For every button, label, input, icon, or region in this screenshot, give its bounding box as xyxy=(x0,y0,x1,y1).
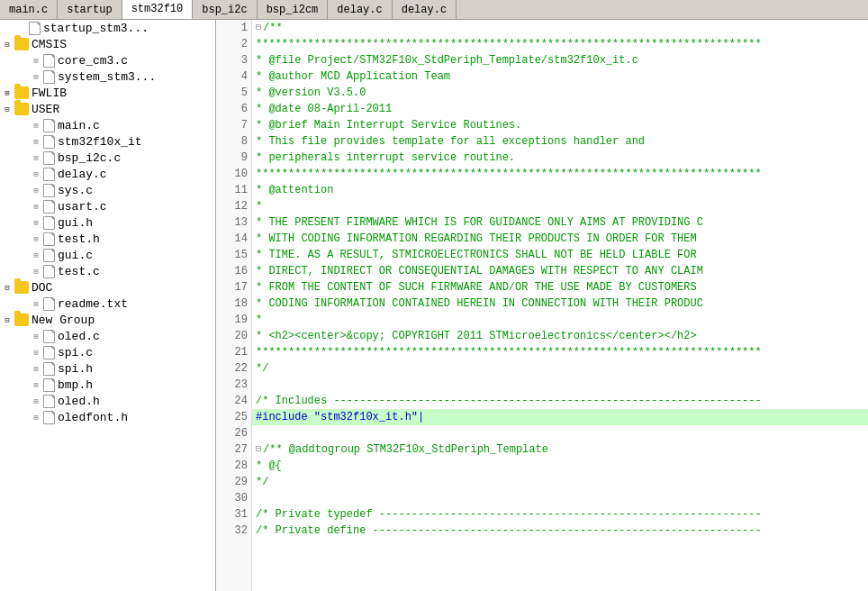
tree-item-label: oled.c xyxy=(58,330,100,343)
tree-item-label: USER xyxy=(32,103,59,116)
tree-item-label: New Group xyxy=(32,314,95,327)
tree-item-spi_h[interactable]: ⊞spi.h xyxy=(0,360,215,377)
file-expand-icon: ⊞ xyxy=(29,264,43,278)
code-line-8: * This file provides template for all ex… xyxy=(252,133,868,150)
tree-item-test_h[interactable]: ⊞test.h xyxy=(0,231,215,247)
code-line-17: * FROM THE CONTENT OF SUCH FIRMWARE AND/… xyxy=(252,279,868,296)
code-text: ****************************************… xyxy=(256,166,762,182)
expand-icon[interactable]: ⊞ xyxy=(0,86,14,100)
tree-item-user[interactable]: ⊟USER xyxy=(0,101,215,117)
line-number-32: 32 xyxy=(216,523,251,539)
file-expand-icon: ⊞ xyxy=(29,248,43,262)
code-text: * WITH CODING INFORMATION REGARDING THEI… xyxy=(256,231,697,247)
tree-item-readme[interactable]: ⊞readme.txt xyxy=(0,296,215,312)
tree-item-fwlib[interactable]: ⊞FWLIB xyxy=(0,85,215,101)
file-expand-icon: ⊞ xyxy=(29,329,43,343)
code-text: * @{ xyxy=(256,458,282,474)
tree-item-stm32f10x_it[interactable]: ⊞stm32f10x_it xyxy=(0,133,215,150)
tree-item-label: FWLIB xyxy=(32,86,67,100)
code-text: * THE PRESENT FIRMWARE WHICH IS FOR GUID… xyxy=(256,214,703,231)
file-icon xyxy=(43,200,55,214)
file-expand-icon: ⊞ xyxy=(29,118,43,132)
tree-item-doc[interactable]: ⊟DOC xyxy=(0,279,215,296)
tree-item-spi_c[interactable]: ⊞spi.c xyxy=(0,344,215,360)
file-expand-icon: ⊞ xyxy=(29,296,43,311)
line-number-21: 21 xyxy=(216,344,251,360)
tab-0[interactable]: main.c xyxy=(0,0,58,19)
tree-item-label: oled.h xyxy=(58,395,100,408)
code-line-21: ****************************************… xyxy=(252,344,868,360)
collapse-icon[interactable]: ⊟ xyxy=(0,313,14,327)
fold-marker[interactable]: ⊟ xyxy=(256,20,261,36)
tree-item-test_c[interactable]: ⊞test.c xyxy=(0,263,215,279)
tree-item-label: CMSIS xyxy=(32,38,67,51)
tree-item-oledfont_h[interactable]: ⊞oledfont.h xyxy=(0,409,215,425)
line-number-8: 8 xyxy=(216,133,251,150)
tab-4[interactable]: bsp_i2cm xyxy=(258,0,329,19)
tree-item-new_group[interactable]: ⊟New Group xyxy=(0,312,215,328)
tree-item-oled_c[interactable]: ⊞oled.c xyxy=(0,328,215,344)
tree-item-label: startup_stm3... xyxy=(43,22,149,35)
tree-item-oled_h[interactable]: ⊞oled.h xyxy=(0,393,215,409)
tab-5[interactable]: delay.c xyxy=(328,0,392,19)
line-number-26: 26 xyxy=(216,425,251,441)
fold-marker[interactable]: ⊟ xyxy=(256,441,261,458)
file-expand-icon: ⊞ xyxy=(29,69,43,84)
tree-item-label: gui.h xyxy=(58,216,93,230)
code-lines[interactable]: ⊟/** ***********************************… xyxy=(252,20,868,591)
code-text: /* Includes ----------------------------… xyxy=(256,393,762,409)
code-line-5: * @version V3.5.0 xyxy=(252,85,868,101)
code-text: */ xyxy=(256,360,268,377)
tree-item-label: DOC xyxy=(32,281,52,295)
code-line-22: */ xyxy=(252,360,868,377)
code-text: * This file provides template for all ex… xyxy=(256,133,645,150)
code-line-13: * THE PRESENT FIRMWARE WHICH IS FOR GUID… xyxy=(252,214,868,231)
code-line-2: ****************************************… xyxy=(252,36,868,52)
line-number-29: 29 xyxy=(216,474,251,490)
tab-6[interactable]: delay.c xyxy=(393,0,457,19)
tree-item-label: delay.c xyxy=(58,168,107,181)
tab-2[interactable]: stm32f10 xyxy=(122,0,194,19)
collapse-icon[interactable]: ⊟ xyxy=(0,37,14,51)
file-icon xyxy=(43,265,55,278)
collapse-icon[interactable]: ⊟ xyxy=(0,102,14,116)
code-text: * @brief Main Interrupt Service Routines… xyxy=(256,117,521,133)
file-expand-icon: ⊞ xyxy=(29,53,43,68)
tree-item-core_cm3[interactable]: ⊞core_cm3.c xyxy=(0,52,215,68)
folder-icon xyxy=(14,281,29,294)
tree-item-main_c[interactable]: ⊞main.c xyxy=(0,117,215,133)
tree-item-startup_stm3[interactable]: startup_stm3... xyxy=(0,20,215,36)
code-line-25: #include "stm32f10x_it.h"| xyxy=(252,409,868,425)
line-number-23: 23 xyxy=(216,377,251,393)
tree-item-delay_c[interactable]: ⊞delay.c xyxy=(0,166,215,182)
code-line-9: * peripherals interrupt service routine. xyxy=(252,150,868,166)
code-text: /* Private define ----------------------… xyxy=(256,523,762,539)
tree-item-sys_c[interactable]: ⊞sys.c xyxy=(0,182,215,198)
tree-item-bmp_h[interactable]: ⊞bmp.h xyxy=(0,377,215,393)
collapse-icon[interactable]: ⊟ xyxy=(0,280,14,295)
tab-1[interactable]: startup xyxy=(58,0,122,19)
tree-item-gui_h[interactable]: ⊞gui.h xyxy=(0,214,215,231)
tree-item-gui_c[interactable]: ⊞gui.c xyxy=(0,247,215,263)
file-icon xyxy=(43,378,55,392)
tree-item-label: core_cm3.c xyxy=(58,54,128,68)
tree-item-bsp_i2c[interactable]: ⊞bsp_i2c.c xyxy=(0,150,215,166)
tree-item-usart_c[interactable]: ⊞usart.c xyxy=(0,198,215,214)
tree-item-system_stm[interactable]: ⊞system_stm3... xyxy=(0,68,215,85)
file-expand-icon: ⊞ xyxy=(29,183,43,197)
line-number-1: 1 xyxy=(216,20,251,36)
code-line-24: /* Includes ----------------------------… xyxy=(252,393,868,409)
code-line-32: /* Private define ----------------------… xyxy=(252,523,868,539)
file-expand-icon: ⊞ xyxy=(29,345,43,359)
code-text: * xyxy=(256,198,262,214)
tab-3[interactable]: bsp_i2c xyxy=(193,0,257,19)
line-number-13: 13 xyxy=(216,214,251,231)
tree-item-cmsis[interactable]: ⊟CMSIS xyxy=(0,36,215,52)
tree-item-label: system_stm3... xyxy=(58,70,156,84)
code-text: #include "stm32f10x_it.h"| xyxy=(256,409,424,425)
file-expand-icon: ⊞ xyxy=(29,232,43,246)
code-text: * @file Project/STM32F10x_StdPeriph_Temp… xyxy=(256,52,638,68)
code-editor: 1234567891011121314151617181920212223242… xyxy=(216,20,868,591)
folder-icon xyxy=(14,86,29,99)
file-expand-icon: ⊞ xyxy=(29,150,43,165)
